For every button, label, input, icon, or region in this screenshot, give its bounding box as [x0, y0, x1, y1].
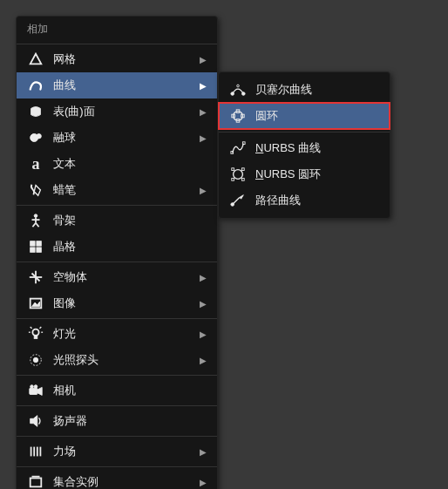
curve-submenu: 贝塞尔曲线 圆环 NURBS 曲线 NURBS 圆环 路径曲线	[218, 71, 390, 219]
empty-icon	[27, 268, 44, 286]
svg-marker-26	[37, 387, 42, 395]
separator	[17, 44, 217, 44]
submenu-item-nurbs-curve[interactable]: NURBS 曲线	[219, 135, 390, 161]
menu-label: 表(曲)面	[53, 104, 200, 119]
menu-label: 力场	[53, 444, 200, 459]
submenu-item-nurbs-circle[interactable]: NURBS 圆环	[219, 161, 390, 187]
menu-item-curve[interactable]: 曲线 ▶	[17, 72, 217, 98]
menu-item-gpencil[interactable]: 蜡笔 ▶	[17, 177, 217, 203]
nurbs-curve-icon	[229, 139, 247, 157]
curve-icon	[27, 77, 44, 94]
svg-rect-9	[37, 241, 41, 246]
menu-item-speaker[interactable]: 扬声器	[17, 408, 217, 434]
svg-marker-16	[32, 302, 40, 306]
svg-point-28	[34, 385, 37, 389]
svg-point-42	[234, 170, 243, 180]
svg-rect-45	[232, 179, 234, 181]
svg-rect-18	[34, 336, 37, 339]
separator	[17, 205, 217, 206]
menu-label: 扬声器	[53, 413, 208, 429]
svg-marker-47	[240, 195, 244, 200]
separator	[219, 132, 390, 132]
submenu-item-bezier[interactable]: 贝塞尔曲线	[219, 77, 390, 103]
chevron-right-icon: ▶	[200, 81, 208, 91]
menu-label: 蜡笔	[53, 182, 200, 198]
svg-point-23	[33, 357, 37, 362]
chevron-right-icon: ▶	[200, 329, 208, 339]
separator	[17, 436, 217, 437]
svg-rect-10	[31, 248, 35, 252]
collection-icon	[27, 473, 44, 489]
menu-item-lattice[interactable]: 晶格	[17, 234, 217, 260]
bezier-circle-icon	[229, 107, 247, 125]
submenu-label: 路径曲线	[255, 193, 381, 208]
svg-rect-11	[37, 248, 41, 252]
bezier-icon	[229, 81, 247, 98]
camera-icon	[27, 382, 44, 399]
chevron-right-icon: ▶	[200, 186, 208, 195]
submenu-item-circle[interactable]: 圆环	[219, 103, 390, 129]
svg-line-21	[31, 327, 32, 329]
svg-point-2	[37, 134, 41, 139]
menu-label: 光照探头	[53, 352, 200, 368]
svg-point-33	[242, 92, 246, 96]
svg-point-17	[32, 329, 38, 336]
separator	[17, 405, 217, 406]
menu-item-collection[interactable]: 集合实例 ▶	[17, 469, 217, 489]
separator	[17, 318, 217, 319]
menu-item-lightprobe[interactable]: 光照探头 ▶	[17, 347, 217, 373]
menu-label: 图像	[53, 295, 200, 311]
menu-item-image[interactable]: 图像 ▶	[17, 290, 217, 316]
svg-rect-30	[31, 479, 42, 487]
menu-item-empty[interactable]: 空物体 ▶	[17, 264, 217, 290]
menu-item-mesh[interactable]: 网格 ▶	[17, 46, 217, 72]
submenu-label: NURBS 圆环	[255, 166, 381, 182]
metaball-icon	[27, 129, 44, 146]
menu-label: 曲线	[53, 78, 200, 93]
svg-point-34	[237, 85, 240, 87]
chevron-right-icon: ▶	[200, 273, 208, 282]
chevron-right-icon: ▶	[200, 299, 208, 309]
nurbs-circle-icon	[229, 166, 247, 183]
svg-marker-0	[31, 54, 42, 65]
svg-rect-44	[242, 168, 245, 171]
svg-rect-25	[30, 388, 37, 394]
menu-label: 灯光	[53, 326, 200, 342]
menu-label: 文本	[53, 156, 208, 172]
menu-item-metaball[interactable]: 融球 ▶	[17, 125, 217, 151]
menu-item-forcefield[interactable]: 力场 ▶	[17, 438, 217, 465]
lightprobe-icon	[27, 351, 44, 369]
svg-point-3	[34, 214, 37, 218]
menu-item-armature[interactable]: 骨架	[17, 207, 217, 234]
mesh-icon	[27, 51, 44, 68]
menu-item-text[interactable]: a 文本	[17, 151, 217, 177]
armature-icon	[27, 212, 44, 229]
menu-item-camera[interactable]: 相机	[17, 377, 217, 404]
forcefield-icon	[27, 443, 44, 460]
menu-label: 网格	[53, 51, 200, 67]
chevron-right-icon: ▶	[200, 107, 208, 117]
surface-icon	[27, 103, 44, 120]
svg-rect-41	[242, 142, 245, 145]
menu-item-light[interactable]: 灯光 ▶	[17, 321, 217, 347]
chevron-right-icon: ▶	[200, 356, 208, 365]
chevron-right-icon: ▶	[200, 133, 208, 143]
svg-rect-43	[232, 168, 234, 171]
menu-item-surface[interactable]: 表(曲)面 ▶	[17, 98, 217, 125]
separator	[17, 375, 217, 376]
menu-label: 空物体	[53, 269, 200, 285]
svg-rect-46	[242, 179, 245, 181]
svg-rect-8	[31, 241, 35, 246]
svg-point-27	[31, 385, 34, 389]
chevron-right-icon: ▶	[200, 478, 208, 487]
svg-point-32	[231, 92, 234, 96]
text-icon: a	[27, 155, 44, 173]
svg-marker-29	[31, 416, 37, 427]
separator	[17, 261, 217, 262]
menu-title: 相加	[17, 17, 217, 42]
chevron-right-icon: ▶	[200, 55, 208, 65]
svg-line-22	[40, 327, 42, 329]
submenu-label: NURBS 曲线	[255, 140, 381, 156]
submenu-item-path[interactable]: 路径曲线	[219, 187, 390, 214]
svg-line-7	[36, 223, 39, 228]
